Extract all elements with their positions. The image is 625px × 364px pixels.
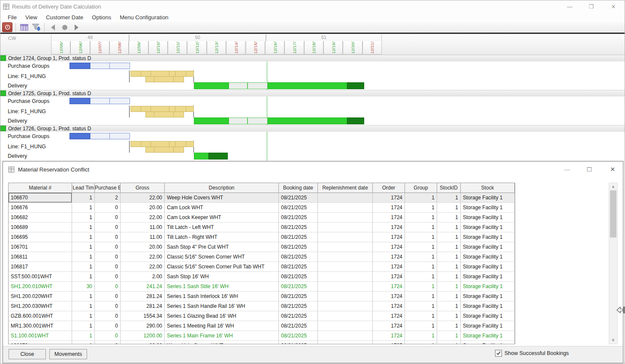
column-header-material-[interactable]: Material # xyxy=(9,183,72,193)
table-cell[interactable]: 1 xyxy=(437,321,461,331)
table-cell[interactable]: 1 xyxy=(437,252,461,262)
table-cell[interactable]: Storage Facility 1 xyxy=(461,242,515,252)
table-cell[interactable]: 1 xyxy=(437,292,461,301)
table-cell[interactable]: 1 xyxy=(405,272,437,281)
delivery-bar-segment[interactable] xyxy=(268,117,347,124)
table-cell[interactable] xyxy=(318,203,373,212)
table-cell[interactable]: 08/21/2025 xyxy=(279,232,318,242)
table-cell[interactable] xyxy=(318,331,373,340)
table-cell[interactable]: 1554.34 xyxy=(121,311,165,321)
table-cell[interactable] xyxy=(318,341,373,344)
column-header-description[interactable]: Description xyxy=(165,183,279,193)
table-cell[interactable]: 1 xyxy=(405,262,437,271)
table-row[interactable]: S1.100.001WHT101200.00Series 1 Main Fram… xyxy=(9,331,515,341)
table-cell[interactable]: Storage Facility 1 xyxy=(461,301,515,311)
table-cell[interactable]: 1 xyxy=(437,311,461,321)
table-cell[interactable]: Weep Hole Covers WHT xyxy=(165,341,279,344)
nav-current-button[interactable] xyxy=(60,22,70,32)
table-cell[interactable]: 1 xyxy=(405,282,437,291)
table-cell[interactable] xyxy=(318,272,373,281)
table-cell[interactable]: 0 xyxy=(95,223,121,232)
table-cell[interactable]: 20.00 xyxy=(121,203,165,212)
table-cell[interactable]: 1724 xyxy=(373,232,405,242)
delivery-bar-segment[interactable] xyxy=(268,82,347,89)
column-header-booking-date[interactable]: Booking date xyxy=(279,183,318,193)
table-cell[interactable]: 08/21/2025 xyxy=(279,282,318,291)
table-cell[interactable]: 22.00 xyxy=(121,193,165,202)
table-cell[interactable]: Weep Hole Covers WHT xyxy=(165,193,279,202)
table-cell[interactable]: 1 xyxy=(405,242,437,252)
table-cell[interactable]: 1724 xyxy=(373,331,405,340)
show-successful-bookings-checkbox[interactable] xyxy=(495,350,502,357)
table-cell[interactable]: 1724 xyxy=(373,292,405,301)
table-row[interactable]: 1066701222.00Weep Hole Covers WHT08/21/2… xyxy=(9,341,515,344)
table-cell[interactable]: 08/21/2025 xyxy=(279,292,318,301)
order-header-row[interactable]: Order 1725, Group 1, Prod. status D xyxy=(0,90,625,96)
purchase-bar-planned[interactable] xyxy=(109,133,130,139)
table-cell[interactable]: 1 xyxy=(72,292,95,301)
delivery-bar-segment[interactable] xyxy=(248,82,268,89)
table-cell[interactable]: 0 xyxy=(95,213,121,222)
table-cell[interactable]: Storage Facility 1 xyxy=(461,331,515,340)
table-cell[interactable]: 1 xyxy=(437,213,461,222)
table-cell[interactable]: S1.100.001WHT xyxy=(9,331,72,340)
line-task-bar[interactable] xyxy=(130,141,141,147)
table-cell[interactable]: Storage Facility 1 xyxy=(461,213,515,222)
table-cell[interactable]: GZB.600.001WHT xyxy=(9,311,72,321)
filter-button[interactable] xyxy=(31,22,41,32)
table-cell[interactable]: 08/21/2025 xyxy=(279,321,318,331)
line-task-bar[interactable] xyxy=(151,106,169,112)
table-cell[interactable]: Storage Facility 1 xyxy=(461,203,515,212)
delivery-bar-segment[interactable] xyxy=(194,153,208,159)
table-row[interactable]: SH1.200.010WHT300241.24Series 1 Sash Sti… xyxy=(9,282,515,292)
line-task-bar[interactable] xyxy=(154,76,174,82)
table-cell[interactable]: 20.00 xyxy=(121,242,165,252)
table-cell[interactable]: 0 xyxy=(95,301,121,311)
table-cell[interactable]: SH1.200.010WHT xyxy=(9,282,72,291)
order-header-row[interactable]: Order 1724, Group 1, Prod. status D xyxy=(0,55,625,61)
table-cell[interactable]: 1 xyxy=(72,272,95,281)
table-cell[interactable]: 1 xyxy=(437,331,461,340)
line-task-bar[interactable] xyxy=(141,71,151,77)
table-row[interactable]: MR1.300.001WHT10290.00Series 1 Meeting R… xyxy=(9,321,515,331)
delivery-bar-segment[interactable] xyxy=(248,117,268,124)
table-cell[interactable]: MR1.300.001WHT xyxy=(9,321,72,331)
purchase-bar-planned[interactable] xyxy=(109,63,130,69)
line-task-bar[interactable] xyxy=(151,71,169,77)
nav-back-button[interactable] xyxy=(48,22,58,32)
table-row[interactable]: 1067011020.00Sash Stop 4" Pre Cut WHT08/… xyxy=(9,242,515,252)
table-cell[interactable]: 290.00 xyxy=(121,321,165,331)
table-cell[interactable]: 0 xyxy=(95,262,121,271)
table-row[interactable]: SST.500.001WHT102.00Sash Stop 16' WH08/2… xyxy=(9,272,515,282)
table-cell[interactable]: 0 xyxy=(95,242,121,252)
table-cell[interactable]: Storage Facility 1 xyxy=(461,341,515,344)
table-cell[interactable]: Storage Facility 1 xyxy=(461,311,515,321)
table-cell[interactable]: Storage Facility 1 xyxy=(461,252,515,262)
table-cell[interactable]: 08/21/2025 xyxy=(279,272,318,281)
table-cell[interactable]: 1724 xyxy=(373,223,405,232)
table-cell[interactable]: 08/21/2025 xyxy=(279,203,318,212)
table-cell[interactable]: 08/21/2025 xyxy=(279,252,318,262)
table-cell[interactable]: 1725 xyxy=(373,341,405,344)
table-cell[interactable]: Storage Facility 1 xyxy=(461,292,515,301)
table-cell[interactable]: 0 xyxy=(95,282,121,291)
line-task-bar[interactable] xyxy=(130,106,141,112)
line-task-bar[interactable] xyxy=(169,106,175,112)
table-cell[interactable]: Series 1 Sash Handle Rail 16' WH xyxy=(165,301,279,311)
table-cell[interactable]: 1 xyxy=(405,292,437,301)
column-header-purchase-b[interactable]: Purchase B xyxy=(95,183,121,193)
table-cell[interactable]: 1 xyxy=(437,272,461,281)
nav-forward-button[interactable] xyxy=(72,22,82,32)
table-cell[interactable]: 1 xyxy=(437,242,461,252)
table-cell[interactable]: 281.24 xyxy=(121,301,165,311)
table-cell[interactable]: 1 xyxy=(437,203,461,212)
column-header-group[interactable]: Group xyxy=(405,183,437,193)
table-cell[interactable]: 1724 xyxy=(373,203,405,212)
table-cell[interactable]: 106676 xyxy=(9,203,72,212)
table-cell[interactable]: 08/21/2025 xyxy=(279,242,318,252)
table-cell[interactable]: Tilt Latch - Right WHT xyxy=(165,232,279,242)
table-cell[interactable]: Storage Facility 1 xyxy=(461,282,515,291)
table-cell[interactable] xyxy=(318,262,373,271)
line-task-bar[interactable] xyxy=(175,106,186,112)
table-cell[interactable]: 08/21/2025 xyxy=(279,341,318,344)
